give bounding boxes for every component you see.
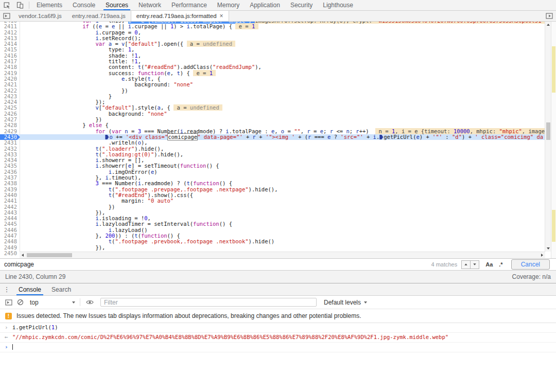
context-selector[interactable]: top [29, 299, 76, 306]
code-token: }, [30, 233, 105, 239]
console-drawer: ⋮ ConsoleSearch top Default levels [0, 283, 556, 392]
line-number[interactable]: 2428 [0, 122, 20, 128]
code-lines: 2410 var i = this; i = e {timeout: 10000… [0, 22, 545, 256]
code-token: , [138, 29, 141, 35]
console-prompt[interactable]: › [0, 343, 556, 352]
code-token: 10000 [454, 128, 470, 134]
tab-lighthouse[interactable]: Lighthouse [318, 0, 358, 10]
line-number[interactable]: 2448 [0, 239, 20, 244]
horizontal-scrollbar-thumb[interactable] [27, 253, 72, 257]
line-number[interactable]: 2430 [0, 134, 20, 140]
code-token: .curpage || [131, 23, 170, 29]
tab-sources[interactable]: Sources [100, 0, 133, 10]
previous-match-button[interactable] [462, 261, 470, 269]
code-token: a = [173, 104, 190, 111]
cancel-button[interactable]: Cancel [511, 259, 550, 270]
line-number[interactable]: 2450 [0, 251, 20, 256]
code-token: 200 [105, 233, 115, 239]
scroll-right-arrow-icon[interactable] [539, 252, 545, 258]
tab-security[interactable]: Security [285, 0, 318, 10]
live-expression-eye-icon[interactable] [84, 296, 95, 309]
drawer-menu-icon[interactable]: ⋮ [0, 286, 13, 293]
code-token: }), [30, 209, 105, 216]
line-number[interactable]: 2429 [0, 129, 20, 134]
code-token: e = [193, 70, 210, 76]
code-token: background: [30, 111, 148, 117]
clear-console-icon[interactable] [14, 296, 26, 309]
tab-network[interactable]: Network [133, 0, 166, 10]
console-sidebar-toggle-icon[interactable] [3, 296, 14, 309]
line-number[interactable]: 2418 [0, 64, 20, 70]
file-tab-label: entry.read.719aea.js:formatted [136, 13, 217, 19]
code-token: "readEndJump" [213, 64, 255, 70]
line-number[interactable]: 2431 [0, 140, 20, 146]
code-token: var [95, 41, 105, 47]
file-tab[interactable]: vendor.1ca6f9.js [13, 11, 67, 21]
code-token [30, 23, 82, 29]
code-token: || [115, 23, 128, 29]
code-token [30, 186, 109, 192]
search-match-marker [552, 210, 555, 242]
code-token: }, [30, 174, 105, 181]
line-number[interactable]: 2441 [0, 198, 20, 204]
code-token: '"' [432, 134, 442, 140]
next-match-button[interactable] [470, 261, 479, 269]
regex-button[interactable]: .* [499, 261, 502, 268]
line-number[interactable]: 2445 [0, 221, 20, 227]
navigator-toggle-icon[interactable] [0, 11, 13, 21]
inline-breakpoint-marker[interactable] [105, 135, 109, 139]
code-token: (( [89, 23, 99, 29]
log-levels-label: Default levels [324, 299, 361, 306]
code-token [30, 35, 95, 41]
inline-breakpoint-marker[interactable] [379, 135, 383, 139]
vertical-scrollbar-thumb[interactable] [546, 122, 550, 140]
file-tab[interactable]: entry.read.719aea.js [67, 11, 131, 21]
console-filter-input[interactable] [100, 298, 317, 307]
code-token: .lazyLoad() [112, 227, 148, 233]
status-bar: Line 2430, Column 29 Coverage: n/a [0, 271, 556, 283]
scroll-left-arrow-icon[interactable] [20, 252, 26, 258]
issues-bar[interactable]: ! Issues detected. The new Issues tab di… [0, 309, 556, 323]
code-token [30, 157, 95, 163]
code-token: + [363, 134, 373, 140]
code-token: ".footpage .prevbook,.footpage .nextbook… [115, 238, 248, 244]
search-input[interactable] [0, 259, 427, 270]
code-token: + [256, 134, 266, 140]
code-token [30, 192, 109, 198]
match-case-button[interactable]: Aa [485, 261, 493, 268]
log-levels-dropdown[interactable]: Default levels [324, 299, 367, 306]
line-number[interactable]: 2421 [0, 82, 20, 87]
code-line[interactable]: }), [20, 245, 105, 251]
line-number[interactable]: 2411 [0, 24, 20, 29]
tab-memory[interactable]: Memory [212, 0, 245, 10]
debugger-sidebar-toggle-icon[interactable] [543, 11, 556, 21]
code-token: content: [30, 64, 138, 70]
tab-performance[interactable]: Performance [166, 0, 212, 10]
main-tabs: ElementsConsoleSourcesNetworkPerformance… [31, 0, 358, 10]
tab-elements[interactable]: Elements [31, 0, 67, 10]
tab-console[interactable]: Console [67, 0, 100, 10]
console-toolbar: top Default levels [0, 296, 556, 309]
inspect-icon[interactable] [0, 0, 13, 10]
code-token: { [102, 122, 109, 128]
line-number[interactable]: 2438 [0, 181, 20, 186]
code-token: .totalPage : [229, 128, 271, 134]
horizontal-scrollbar[interactable] [20, 252, 545, 258]
code-token: .style( [125, 76, 147, 82]
drawer-tab-console[interactable]: Console [13, 283, 46, 295]
close-icon[interactable]: × [220, 13, 223, 19]
code-token: i.getPicUrl( [12, 324, 51, 330]
code-token [30, 227, 109, 233]
code-token: "none" [173, 81, 193, 87]
code-token: ++) [359, 128, 376, 134]
code-token: "0 auto" [148, 198, 174, 204]
tab-application[interactable]: Application [245, 0, 285, 10]
drawer-tab-search[interactable]: Search [46, 283, 76, 295]
code-token: , imagesA [522, 128, 545, 134]
device-toolbar-icon[interactable] [13, 0, 27, 10]
code-token: }) [30, 87, 128, 94]
code-token: .showerr = [], [99, 157, 145, 163]
devtools-window: ElementsConsoleSourcesNetworkPerformance… [0, 0, 556, 392]
code-token: () { [219, 221, 232, 227]
file-tab[interactable]: entry.read.719aea.js:formatted× [131, 11, 229, 21]
